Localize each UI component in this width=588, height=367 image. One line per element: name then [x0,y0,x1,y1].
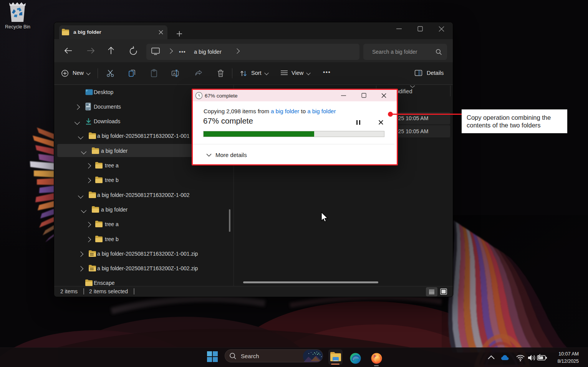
svg-text:A: A [173,71,176,76]
